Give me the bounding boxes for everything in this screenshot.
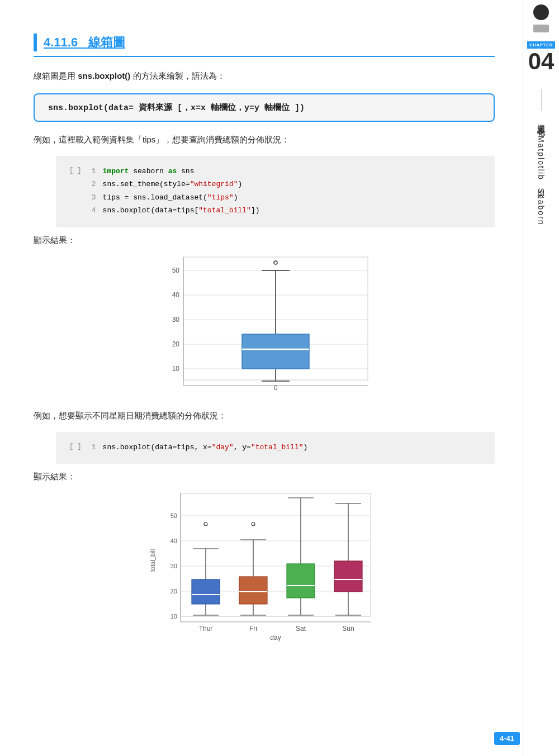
svg-text:20: 20 [172, 340, 179, 348]
code-block-2: [ ] 1 sns.boxplot(data=tips, x="day", y=… [56, 432, 495, 464]
code-block-1: [ ] 1 import seaborn as sns 2 sns.set_th… [56, 156, 495, 227]
svg-rect-37 [192, 579, 220, 604]
sidebar-circle-icon [533, 4, 549, 20]
svg-rect-44 [239, 577, 267, 604]
svg-text:50: 50 [172, 267, 179, 274]
section-heading: 4.11.6 線箱圖 [34, 34, 495, 57]
chapter-number: 04 [528, 50, 555, 73]
svg-text:total_bill: total_bill [149, 549, 156, 572]
result-label-2: 顯示結果： [34, 472, 495, 482]
syntax-box: sns.boxplot(data= 資料來源 [，x=x 軸欄位，y=y 軸欄位… [34, 93, 495, 122]
svg-text:10: 10 [170, 613, 177, 620]
intro-text: 線箱圖是用 sns.boxplot() 的方法來繪製，語法為： [34, 68, 495, 83]
svg-text:20: 20 [170, 588, 177, 595]
section-title: 4.11.6 線箱圖 [44, 34, 125, 51]
svg-text:Sun: Sun [342, 625, 354, 633]
code1-prompt: [ ] [69, 165, 82, 217]
result-label-1: 顯示結果： [34, 235, 495, 246]
sidebar: CHAPTER 04 資訊圖表化： Matplotlib 與 Seaborn [523, 0, 559, 756]
svg-text:10: 10 [172, 365, 179, 373]
example2-text: 例如，想要顯示不同星期日期消費總額的分佈狀況： [34, 408, 495, 423]
code2-prompt: [ ] [69, 441, 82, 454]
svg-rect-57 [334, 561, 362, 592]
svg-text:Thur: Thur [198, 625, 212, 633]
section-bar [34, 34, 37, 51]
chart1-container: 10 20 30 40 50 0 [34, 251, 495, 397]
svg-text:40: 40 [172, 291, 179, 299]
svg-text:30: 30 [170, 563, 177, 569]
example1-text: 例如，這裡載入範例資料集「tips」，想要查詢消費總額的分佈狀況： [34, 132, 495, 147]
section-number: 4.11.6 [44, 35, 78, 49]
code1-line1: 1 import seaborn as sns [86, 165, 260, 178]
code1-line3: 3 tips = sns.load_dataset("tips") [86, 191, 260, 204]
page-number: 4-41 [494, 732, 520, 745]
svg-text:30: 30 [172, 316, 179, 324]
chart2-svg: 10 20 30 40 50 total_bill [147, 488, 382, 644]
code1-line2: 2 sns.set_theme(style="whitegrid") [86, 178, 260, 191]
sidebar-text-1: 資訊圖表化： [537, 118, 546, 132]
svg-rect-12 [242, 334, 309, 369]
sidebar-rect-icon [533, 25, 549, 32]
svg-text:0: 0 [273, 384, 277, 392]
sidebar-divider [541, 89, 542, 111]
svg-text:50: 50 [170, 512, 177, 519]
syntax-text: sns.boxplot(data= 資料來源 [，x=x 軸欄位，y=y 軸欄位… [48, 103, 305, 113]
code2-line1: 1 sns.boxplot(data=tips, x="day", y="tot… [86, 441, 308, 454]
svg-text:Fri: Fri [249, 625, 257, 633]
code1-line4: 4 sns.boxplot(data=tips["total_bill"]) [86, 204, 260, 217]
svg-rect-51 [287, 564, 315, 598]
svg-text:40: 40 [170, 538, 177, 544]
sidebar-text-2: Matplotlib 與 Seaborn [537, 136, 546, 226]
chart1-svg: 10 20 30 40 50 0 [153, 251, 376, 397]
chart2-container: 10 20 30 40 50 total_bill [34, 488, 495, 644]
sidebar-vertical-text: 資訊圖表化： Matplotlib 與 Seaborn [535, 118, 547, 226]
section-name: 線箱圖 [88, 35, 125, 49]
svg-text:Sat: Sat [295, 625, 306, 633]
svg-text:day: day [270, 634, 281, 641]
